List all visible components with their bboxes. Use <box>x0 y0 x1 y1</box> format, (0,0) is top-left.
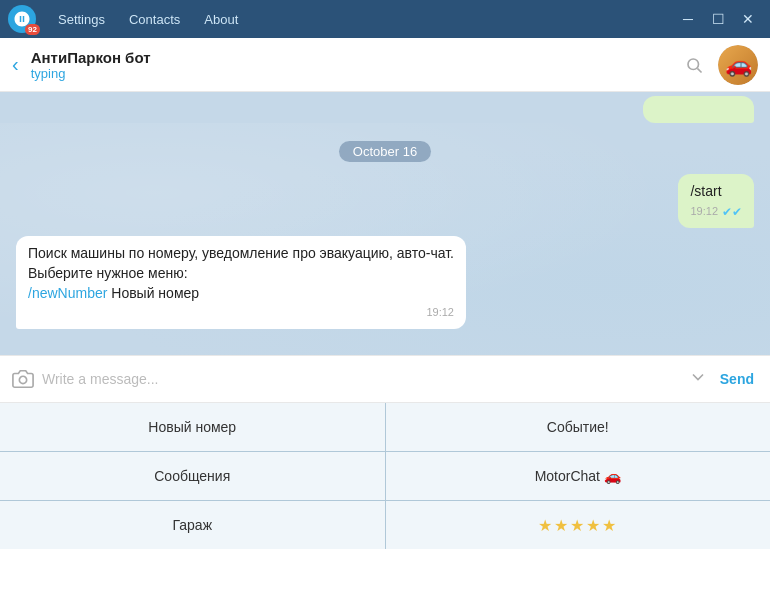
search-button[interactable] <box>678 49 710 81</box>
message-row: /start 19:12 ✔✔ <box>16 174 754 228</box>
message-time: 19:12 <box>690 204 718 219</box>
message-bubble-incoming: Поиск машины по номеру, уведомление про … <box>16 236 466 328</box>
chat-area: October 16 /start 19:12 ✔✔ Поиск машины … <box>0 123 770 355</box>
message-text: Поиск машины по номеру, уведомление про … <box>28 244 454 303</box>
chat-name: АнтиПаркон бот <box>31 49 678 66</box>
app-logo: 92 <box>8 5 36 33</box>
keyboard-button-garage[interactable]: Гараж <box>0 501 385 549</box>
keyboard-button-messages[interactable]: Сообщения <box>0 452 385 500</box>
message-row: Поиск машины по номеру, уведомление про … <box>16 236 754 328</box>
svg-point-2 <box>19 376 26 383</box>
keyboard-button-stars[interactable]: ★★★★★ <box>386 501 771 549</box>
message-bubble-outgoing: /start 19:12 ✔✔ <box>678 174 754 228</box>
window-controls: ─ ☐ ✕ <box>674 7 762 31</box>
maximize-button[interactable]: ☐ <box>704 7 732 31</box>
date-separator: October 16 <box>16 141 754 162</box>
svg-line-1 <box>697 68 701 72</box>
input-area: Send <box>0 355 770 403</box>
message-time: 19:12 <box>426 305 454 320</box>
camera-button[interactable] <box>12 368 34 390</box>
message-meta: 19:12 ✔✔ <box>690 204 742 221</box>
message-input[interactable] <box>42 371 680 387</box>
message-check-icon: ✔✔ <box>722 204 742 221</box>
title-bar-menu: Settings Contacts About <box>46 0 250 38</box>
notification-badge: 92 <box>25 24 40 35</box>
chat-status: typing <box>31 66 678 81</box>
message-text: /start <box>690 182 742 202</box>
stars-icon: ★★★★★ <box>538 516 618 535</box>
send-button[interactable]: Send <box>716 371 758 387</box>
messages-container: /start 19:12 ✔✔ Поиск машины по номеру, … <box>16 174 754 329</box>
keyboard-button-event[interactable]: Событие! <box>386 403 771 451</box>
message-link[interactable]: /newNumber <box>28 285 107 301</box>
close-button[interactable]: ✕ <box>734 7 762 31</box>
keyboard-button-new-number[interactable]: Новый номер <box>0 403 385 451</box>
avatar: 🚗 <box>718 45 758 85</box>
chat-header: ‹ АнтиПаркон бот typing 🚗 <box>0 38 770 92</box>
title-bar: 92 Settings Contacts About ─ ☐ ✕ <box>0 0 770 38</box>
back-button[interactable]: ‹ <box>12 53 19 76</box>
keyboard-button-motorchat[interactable]: MotorChat 🚗 <box>386 452 771 500</box>
message-meta: 19:12 <box>28 305 454 320</box>
bot-keyboard: Новый номер Событие! Сообщения MotorChat… <box>0 403 770 549</box>
minimize-button[interactable]: ─ <box>674 7 702 31</box>
avatar-image: 🚗 <box>718 45 758 85</box>
chat-info: АнтиПаркон бот typing <box>31 49 678 81</box>
menu-contacts[interactable]: Contacts <box>117 0 192 38</box>
menu-settings[interactable]: Settings <box>46 0 117 38</box>
svg-point-0 <box>688 59 699 70</box>
menu-about[interactable]: About <box>192 0 250 38</box>
date-label: October 16 <box>339 141 431 162</box>
emoji-button[interactable] <box>688 367 708 392</box>
